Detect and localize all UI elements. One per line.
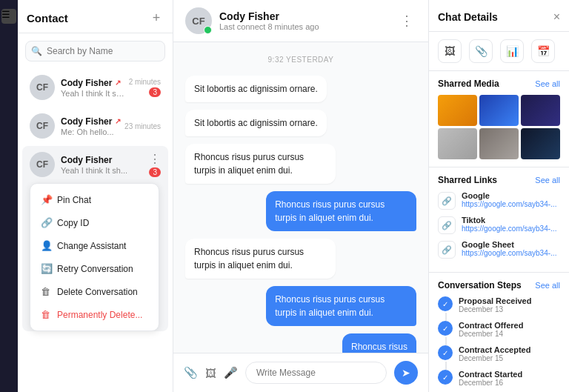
search-icon: 🔍 <box>31 46 42 56</box>
close-icon[interactable]: × <box>553 10 560 24</box>
calendar-detail-icon[interactable]: 📅 <box>531 39 555 63</box>
avatar: CF <box>30 113 55 139</box>
link-text: Tiktok https://google.com/sayb34-... <box>462 216 556 233</box>
chat-header: CF Cody Fisher Last connect 8 minutes ag… <box>173 0 428 42</box>
media-thumb[interactable] <box>438 128 477 159</box>
contact-item[interactable]: CF Cody Fisher ↗ Me: Oh hello... 23 minu… <box>22 107 168 144</box>
step-label: Contract Started <box>459 370 522 379</box>
shared-links-see-all[interactable]: See all <box>535 176 560 185</box>
chat-area: CF Cody Fisher Last connect 8 minutes ag… <box>173 0 428 392</box>
add-contact-button[interactable]: + <box>149 10 164 25</box>
message-item: Rhoncus risus <box>185 333 416 353</box>
contact-preview: Me: Oh hello... <box>61 127 124 136</box>
contact-time: 2 minutes <box>129 78 161 86</box>
contact-meta: ⋮ 3 <box>149 152 161 177</box>
chat-details-icons: 🖼 📎 📊 📅 <box>429 32 569 71</box>
search-input[interactable] <box>25 41 165 62</box>
arrow-icon: ↗ <box>115 117 121 125</box>
chat-header-info: Cody Fisher Last connect 8 minutes ago <box>219 10 390 31</box>
link-item[interactable]: 🔗 Tiktok https://google.com/sayb34-... <box>438 216 560 234</box>
chat-more-options-icon[interactable]: ⋮ <box>397 10 416 32</box>
context-menu-copy[interactable]: 🔗 Copy ID <box>30 211 159 234</box>
contact-info: Cody Fisher ↗ Yeah I think It shoul... <box>61 78 129 98</box>
context-menu-change[interactable]: 👤 Change Assistant <box>30 234 159 257</box>
link-name: Tiktok <box>462 216 556 225</box>
attachment-icon[interactable]: 📎 <box>184 366 198 379</box>
contact-info: Cody Fisher ↗ Me: Oh hello... <box>61 116 124 136</box>
more-options-icon[interactable]: ⋮ <box>149 152 161 166</box>
context-menu-perm-delete[interactable]: 🗑 Permanently Delete... <box>30 303 159 326</box>
message-item: Rhoncus risus purus cursus turpis in ali… <box>185 286 416 326</box>
send-button[interactable]: ➤ <box>394 361 418 385</box>
conv-steps-header: Conversation Steps See all <box>438 280 560 290</box>
step-check-icon: ✓ <box>438 296 453 311</box>
message-bubble: Rhoncus risus purus cursus turpis in ali… <box>266 191 416 231</box>
image-icon[interactable]: 🖼 <box>205 367 216 379</box>
date-divider: 9:32 YESTERDAY <box>185 56 416 64</box>
contact-time: 23 minutes <box>124 122 161 130</box>
chat-messages: 9:32 YESTERDAY Sit lobortis ac dignissim… <box>173 42 428 353</box>
media-grid <box>438 95 560 159</box>
context-menu-retry[interactable]: 🔄 Retry Conversation <box>30 257 159 280</box>
message-item: Rhoncus risus purus cursus turpis in ali… <box>185 144 416 184</box>
link-icon: 🔗 <box>438 241 456 259</box>
step-label: Proposal Received <box>459 296 531 305</box>
avatar: CF <box>30 75 55 100</box>
context-menu-delete[interactable]: 🗑 Delete Conversation <box>30 280 159 303</box>
chat-contact-status: Last connect 8 minutes ago <box>219 22 390 31</box>
shared-media-title: Sharred Media <box>438 79 499 89</box>
contact-meta: 23 minutes <box>124 122 161 130</box>
link-icon: 🔗 <box>438 192 456 210</box>
unread-badge: 3 <box>149 167 161 177</box>
step-label: Contract Accepted <box>459 345 530 354</box>
conv-step-item: ✓ Proposal Received December 13 <box>438 296 560 313</box>
media-thumb[interactable] <box>479 95 519 126</box>
message-input[interactable] <box>245 362 387 384</box>
delete-icon: 🗑 <box>41 286 51 297</box>
chart-detail-icon[interactable]: 📊 <box>500 39 524 63</box>
link-item[interactable]: 🔗 Google Sheet https://google.com/sayb34… <box>438 240 560 259</box>
contact-name: Cody Fisher ↗ <box>61 116 124 127</box>
link-text: Google Sheet https://google.com/sayb34-.… <box>462 240 556 257</box>
image-detail-icon[interactable]: 🖼 <box>438 39 462 63</box>
sidebar-menu-icon[interactable]: ☰ <box>1 9 16 24</box>
link-detail-icon[interactable]: 📎 <box>469 39 493 63</box>
conv-step-item: ✓ Contract Offered December 14 <box>438 321 560 338</box>
arrow-icon: ↗ <box>115 79 121 87</box>
contact-meta: 2 minutes 3 <box>129 78 161 97</box>
shared-links-section: Sharred Links See all 🔗 Google https://g… <box>429 167 569 273</box>
media-thumb[interactable] <box>479 128 519 159</box>
contact-preview: Yeah I think It sh... <box>61 166 149 175</box>
chat-details-panel: Chat Details × 🖼 📎 📊 📅 Sharred Media See… <box>428 0 569 392</box>
chat-details-header: Chat Details × <box>429 0 569 32</box>
media-thumb[interactable] <box>438 95 477 126</box>
shared-links-header: Sharred Links See all <box>438 175 560 185</box>
step-info: Contract Accepted December 15 <box>459 345 530 362</box>
mic-icon[interactable]: 🎤 <box>224 366 238 379</box>
message-bubble: Rhoncus risus purus cursus turpis in ali… <box>185 144 336 184</box>
context-menu-pin[interactable]: 📌 Pin Chat <box>30 188 159 211</box>
link-url: https://google.com/sayb34-... <box>462 249 556 257</box>
link-name: Google <box>462 191 556 200</box>
media-thumb[interactable] <box>521 128 560 159</box>
message-item: Sit lobortis ac dignissim ornare. <box>185 76 416 102</box>
message-item: Rhoncus risus purus cursus turpis in ali… <box>185 239 416 279</box>
step-check-icon: ✓ <box>438 370 453 385</box>
contact-list-panel: Contact + 🔍 CF Cody Fisher ↗ Yeah I thin… <box>18 0 173 392</box>
contact-item-active[interactable]: CF Cody Fisher Yeah I think It sh... ⋮ 3… <box>22 146 168 331</box>
link-item[interactable]: 🔗 Google https://google.com/sayb34-... <box>438 191 560 210</box>
conversation-steps-section: Conversation Steps See all ✓ Proposal Re… <box>429 273 569 392</box>
message-bubble: Sit lobortis ac dignissim ornare. <box>185 110 327 136</box>
shared-links-title: Sharred Links <box>438 175 497 185</box>
contact-preview: Yeah I think It shoul... <box>61 89 129 98</box>
conv-steps-see-all[interactable]: See all <box>535 281 560 290</box>
message-item: Sit lobortis ac dignissim ornare. <box>185 110 416 136</box>
contact-item[interactable]: CF Cody Fisher ↗ Yeah I think It shoul..… <box>22 69 168 106</box>
step-date: December 13 <box>459 305 531 313</box>
step-info: Contract Offered December 14 <box>459 321 523 338</box>
retry-icon: 🔄 <box>41 263 51 274</box>
shared-media-see-all[interactable]: See all <box>535 79 560 88</box>
media-thumb[interactable] <box>521 95 560 126</box>
contact-list-title: Contact <box>27 12 68 24</box>
conv-steps-title: Conversation Steps <box>438 280 522 290</box>
